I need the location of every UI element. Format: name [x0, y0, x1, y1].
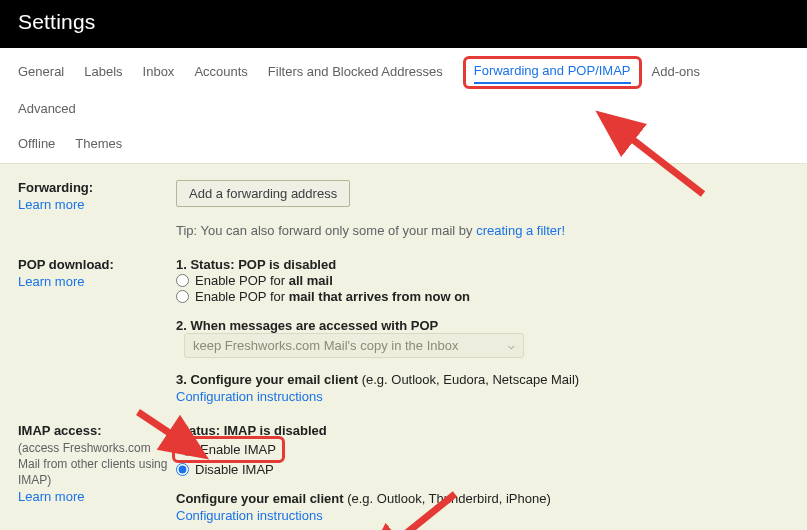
tab-themes[interactable]: Themes: [75, 128, 132, 163]
settings-tabs: General Labels Inbox Accounts Filters an…: [0, 48, 807, 164]
add-forwarding-address-button[interactable]: Add a forwarding address: [176, 180, 350, 207]
pop-status-label: 1. Status:: [176, 257, 238, 272]
tab-filters[interactable]: Filters and Blocked Addresses: [268, 56, 453, 91]
tab-accounts[interactable]: Accounts: [194, 56, 257, 91]
tab-general[interactable]: General: [18, 56, 74, 91]
imap-heading: IMAP access:: [18, 423, 176, 438]
imap-enable-radio[interactable]: Enable IMAP: [181, 442, 276, 457]
pop-enable-all-radio[interactable]: Enable POP for all mail: [176, 273, 789, 288]
pop-action-select-value: keep Freshworks.com Mail's copy in the I…: [193, 338, 458, 353]
annotation-highlight-enable-imap: Enable IMAP: [172, 436, 285, 463]
imap-subtext: (access Freshworks.com Mail from other c…: [18, 440, 176, 489]
forwarding-learn-more-link[interactable]: Learn more: [18, 197, 84, 212]
pop-step3-bold: 3. Configure your email client: [176, 372, 362, 387]
pop-step3-rest: (e.g. Outlook, Eudora, Netscape Mail): [362, 372, 580, 387]
chevron-down-icon: ⌵: [508, 339, 515, 352]
tab-addons[interactable]: Add-ons: [652, 56, 710, 91]
page-title: Settings: [0, 0, 807, 48]
imap-disable-label: Disable IMAP: [195, 462, 274, 477]
imap-enable-radio-input[interactable]: [181, 443, 194, 456]
pop-step2-label: 2. When messages are accessed with POP: [176, 318, 438, 333]
pop-opt1-bold: all mail: [289, 273, 333, 288]
forwarding-heading: Forwarding:: [18, 180, 176, 195]
tab-inbox[interactable]: Inbox: [143, 56, 185, 91]
pop-enable-new-radio[interactable]: Enable POP for mail that arrives from no…: [176, 289, 789, 304]
section-pop: POP download: Learn more 1. Status: POP …: [18, 252, 789, 418]
tab-offline[interactable]: Offline: [18, 128, 65, 163]
imap-conf-row: Configure your email client (e.g. Outloo…: [176, 491, 789, 506]
imap-config-instructions-link[interactable]: Configuration instructions: [176, 508, 323, 523]
imap-conf-rest: (e.g. Outlook, Thunderbird, iPhone): [347, 491, 551, 506]
pop-learn-more-link[interactable]: Learn more: [18, 274, 84, 289]
pop-opt2-text: Enable POP for: [195, 289, 289, 304]
tab-advanced[interactable]: Advanced: [18, 93, 86, 128]
imap-disable-radio-input[interactable]: [176, 463, 189, 476]
forwarding-tip-text: Tip: You can also forward only some of y…: [176, 223, 476, 238]
forwarding-tip: Tip: You can also forward only some of y…: [176, 223, 789, 238]
create-filter-link[interactable]: creating a filter!: [476, 223, 565, 238]
tab-forwarding-pop-imap[interactable]: Forwarding and POP/IMAP: [474, 59, 631, 84]
imap-learn-more-link[interactable]: Learn more: [18, 489, 84, 504]
section-forwarding: Forwarding: Learn more Add a forwarding …: [18, 176, 789, 252]
section-imap: IMAP access: (access Freshworks.com Mail…: [18, 418, 789, 530]
pop-opt1-text: Enable POP for: [195, 273, 289, 288]
pop-status-value: POP is disabled: [238, 257, 336, 272]
pop-status: 1. Status: POP is disabled: [176, 257, 789, 272]
pop-opt2-bold: mail that arrives from now on: [289, 289, 470, 304]
imap-conf-bold: Configure your email client: [176, 491, 347, 506]
pop-step2-row: 2. When messages are accessed with POP k…: [176, 318, 789, 358]
imap-enable-label: Enable IMAP: [200, 442, 276, 457]
imap-disable-radio[interactable]: Disable IMAP: [176, 462, 789, 477]
pop-enable-all-radio-input[interactable]: [176, 274, 189, 287]
pop-step3-row: 3. Configure your email client (e.g. Out…: [176, 372, 789, 387]
pop-enable-new-radio-input[interactable]: [176, 290, 189, 303]
pop-action-select[interactable]: keep Freshworks.com Mail's copy in the I…: [184, 333, 524, 358]
tab-labels[interactable]: Labels: [84, 56, 132, 91]
pop-config-instructions-link[interactable]: Configuration instructions: [176, 389, 323, 404]
pop-heading: POP download:: [18, 257, 176, 272]
annotation-highlight-tab: Forwarding and POP/IMAP: [463, 56, 642, 89]
